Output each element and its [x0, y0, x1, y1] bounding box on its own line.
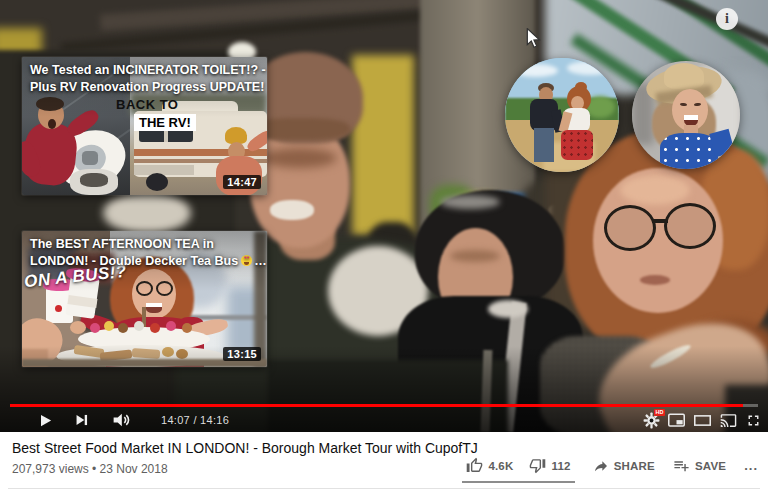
- thumbs-up-icon: [466, 457, 483, 474]
- scene-blob: [450, 250, 500, 262]
- thumb-art: [134, 321, 144, 331]
- thumb-art: [134, 165, 194, 175]
- cursor-pointer: [526, 28, 541, 49]
- scene-blob: [488, 300, 528, 318]
- play-button[interactable]: [38, 413, 53, 428]
- save-button[interactable]: SAVE: [673, 457, 726, 474]
- thumb-art: [134, 149, 267, 156]
- dislike-count: 112: [551, 460, 570, 472]
- thumb-art: [90, 323, 100, 333]
- player-controls-left: 14:07 / 14:16: [38, 409, 229, 431]
- thumb-art: [70, 321, 86, 334]
- progress-bar[interactable]: [10, 404, 758, 407]
- duration-badge: 14:47: [223, 175, 261, 189]
- cast-icon: [719, 412, 738, 429]
- miniplayer-button[interactable]: [667, 412, 686, 429]
- thumb-text-the-rv: THE RV!: [134, 114, 196, 131]
- video-info-section: Best Street Food Market IN LONDON! - Bor…: [0, 432, 768, 490]
- thumb-art: [118, 323, 128, 333]
- sentiment-bar: [462, 481, 574, 483]
- time-display: 14:07 / 14:16: [161, 414, 229, 426]
- rating-group: 4.6K 112: [462, 457, 574, 474]
- thumb-art: [82, 151, 98, 165]
- scene-glasses-left-lens: [604, 205, 656, 251]
- heart-eyes-emoji: [241, 255, 252, 266]
- like-count: 4.6K: [488, 460, 513, 472]
- avatar-art: [561, 130, 593, 160]
- thumbs-down-icon: [529, 457, 546, 474]
- endscreen-channel-avatar-couple[interactable]: [505, 58, 619, 172]
- dislike-button[interactable]: 112: [529, 457, 570, 474]
- save-label: SAVE: [695, 460, 726, 472]
- next-icon: [75, 413, 89, 427]
- thumb-art: [146, 173, 168, 191]
- share-label: SHARE: [614, 460, 655, 472]
- card-title-line2: LONDON! - Double Decker Tea Bus: [30, 254, 238, 268]
- thumb-art: [104, 321, 114, 331]
- scene-blob: [262, 148, 337, 168]
- cast-button[interactable]: [719, 412, 738, 429]
- card-title-suffix: …: [254, 254, 267, 268]
- endscreen-card-title: We Tested an INCINERATOR TOILET!? - Plus…: [30, 62, 263, 96]
- settings-button[interactable]: HD: [643, 412, 660, 429]
- avatar-art-dress: [660, 133, 718, 169]
- scene-blob: [103, 192, 191, 234]
- volume-icon: [111, 411, 131, 429]
- info-icon[interactable]: i: [716, 8, 738, 30]
- thumb-art: [146, 303, 162, 307]
- thumb-art: [48, 119, 56, 129]
- card-title-line2: Plus RV Renovation Progress UPDATE!: [30, 80, 264, 94]
- fullscreen-button[interactable]: [745, 412, 762, 429]
- thumb-art: [150, 323, 160, 333]
- thumb-art: [166, 321, 176, 331]
- thumb-text-back-to: BACK TO: [116, 97, 178, 112]
- share-icon: [593, 458, 609, 474]
- avatar-art: [534, 128, 554, 162]
- player-controls-right: HD: [643, 408, 762, 432]
- endscreen-video-card-1[interactable]: BACK TO THE RV! We Tested an INCINERATOR…: [22, 57, 267, 195]
- video-title: Best Street Food Market IN LONDON! - Bor…: [12, 440, 478, 456]
- info-glyph: i: [725, 11, 729, 27]
- scene-blob: [270, 200, 314, 220]
- video-meta: 207,973 views • 23 Nov 2018: [12, 462, 168, 476]
- thumb-art: [55, 305, 62, 312]
- card-title-line1: The BEST AFTERNOON TEA in: [30, 237, 214, 251]
- video-actions: 4.6K 112 SHARE SA: [462, 457, 758, 474]
- scene-blob: [640, 275, 670, 285]
- theater-mode-icon: [693, 412, 712, 429]
- fullscreen-icon: [745, 412, 762, 429]
- like-button[interactable]: 4.6K: [466, 457, 513, 474]
- video-player[interactable]: BACK TO THE RV! We Tested an INCINERATOR…: [0, 0, 768, 432]
- theater-mode-button[interactable]: [693, 412, 712, 429]
- scene-glasses-right-lens: [664, 203, 716, 249]
- more-actions-button[interactable]: ...: [744, 458, 758, 473]
- endscreen-card-title: The BEST AFTERNOON TEA in LONDON! - Doub…: [30, 236, 263, 270]
- progress-fill: [10, 404, 743, 407]
- scene-blob: [352, 55, 414, 235]
- thumb-art: [182, 323, 192, 333]
- playlist-add-icon: [673, 457, 690, 474]
- youtube-watch-page: BACK TO THE RV! We Tested an INCINERATOR…: [0, 0, 768, 490]
- share-button[interactable]: SHARE: [593, 458, 655, 474]
- card-title-line1: We Tested an INCINERATOR TOILET!? -: [30, 63, 266, 77]
- scene-blob: [620, 175, 690, 205]
- avatar-art: [684, 115, 698, 120]
- avatar-art: [664, 63, 704, 89]
- endscreen-channel-avatar-straw-hat[interactable]: [632, 61, 740, 169]
- scene-blob: [652, 219, 668, 223]
- hd-badge: HD: [654, 409, 665, 416]
- volume-button[interactable]: [111, 411, 131, 429]
- section-divider: [8, 488, 760, 489]
- scene-blob: [440, 195, 500, 209]
- miniplayer-icon: [667, 412, 686, 429]
- duration-badge: 13:15: [223, 347, 261, 361]
- play-icon: [38, 413, 53, 428]
- next-button[interactable]: [75, 413, 89, 427]
- thumb-art: [80, 173, 108, 187]
